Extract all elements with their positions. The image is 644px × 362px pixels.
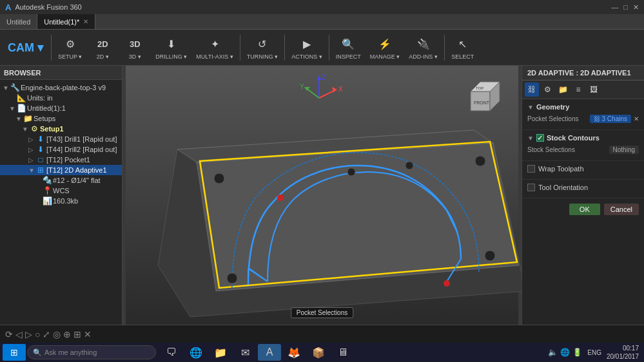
drill2-icon: ⬇: [36, 145, 45, 154]
tree-item-root[interactable]: ▼ 🔧 Engine-back-plate-top-3 v9: [0, 82, 122, 93]
geometry-toggle[interactable]: ▼: [527, 104, 534, 111]
addins-icon: 🔌: [415, 35, 433, 53]
taskbar-app-firefox[interactable]: 🦊: [282, 344, 306, 361]
tree-item-size: 📊 160.3kb: [0, 196, 122, 206]
panel-tab-table[interactable]: ≡: [571, 82, 585, 97]
taskbar-app-edge[interactable]: 🌐: [184, 344, 208, 361]
taskbar-app-box[interactable]: 📦: [307, 344, 330, 361]
panel-tab-chain[interactable]: ⛓: [525, 82, 539, 97]
stock-contours-checkbox[interactable]: ✓: [536, 134, 544, 142]
tab-untitled[interactable]: Untitled: [0, 14, 37, 29]
toolbar-drilling[interactable]: ⬇ DRILLING ▾: [151, 33, 191, 61]
tree-item-setup1[interactable]: ▼ ⚙ Setup1: [0, 124, 122, 134]
taskbar-app-fusion[interactable]: A: [258, 344, 281, 361]
viewport-label: Pocket Selections: [291, 307, 354, 318]
minimize-button[interactable]: —: [611, 3, 618, 12]
start-button[interactable]: ⊞: [3, 344, 26, 361]
tree-item-adaptive[interactable]: ▼ ⊞ [T12] 2D Adaptive1: [0, 165, 122, 175]
toolbar-addins[interactable]: 🔌 ADD-INS ▾: [405, 33, 442, 61]
titlebar: A Autodesk Fusion 360 — □ ✕: [0, 0, 644, 14]
stock-contours-section: ▼ ✓ Stock Contours Stock Selections Noth…: [522, 130, 644, 161]
maximize-button[interactable]: □: [623, 3, 628, 12]
tree-item-wcs[interactable]: 📍 WCS: [0, 186, 122, 196]
taskbar-app-mail[interactable]: ✉: [233, 344, 257, 361]
wrap-toolpath-checkbox[interactable]: [527, 165, 535, 173]
wrap-toolpath-section: Wrap Toolpath: [522, 161, 644, 180]
volume-icon[interactable]: 🔈: [548, 348, 558, 357]
pocket-chip-clear[interactable]: ✕: [634, 115, 639, 122]
tree-item-pocket[interactable]: ▷ □ [T12] Pocket1: [0, 155, 122, 165]
svg-text:FRONT: FRONT: [474, 100, 490, 105]
titlebar-left: A Autodesk Fusion 360: [5, 3, 82, 12]
cancel-button[interactable]: Cancel: [604, 204, 639, 215]
svg-text:X: X: [338, 86, 343, 93]
taskbar-search[interactable]: 🔍 Ask me anything: [27, 345, 156, 359]
taskbar-app-files[interactable]: 📁: [209, 344, 232, 361]
tool-orientation-row[interactable]: Tool Orientation: [527, 184, 639, 191]
drill-icon: ⬇: [36, 135, 45, 144]
right-panel: 2D ADAPTIVE : 2D ADAPTIVE1 ⛓ ⚙ 📁 ≡ 🖼 ▼ G…: [522, 66, 644, 325]
cam-label[interactable]: CAM ▾: [3, 41, 48, 55]
network-icon[interactable]: 🌐: [560, 348, 570, 357]
tree-label: [T12] Pocket1: [46, 156, 119, 164]
taskbar-app-taskview[interactable]: 🗨: [160, 344, 183, 361]
status-grid[interactable]: ⊞: [73, 329, 81, 339]
main-area: BROWSER ▼ 🔧 Engine-back-plate-top-3 v9 📐…: [0, 66, 644, 325]
status-undo[interactable]: ⟳: [5, 329, 13, 339]
taskbar-app-monitor[interactable]: 🖥: [331, 344, 355, 361]
panel-tab-image[interactable]: 🖼: [587, 82, 601, 97]
tool-orientation-checkbox[interactable]: [527, 184, 535, 191]
tree-item-setups[interactable]: ▼ 📁 Setups: [0, 113, 122, 124]
battery-icon[interactable]: 🔋: [572, 348, 582, 357]
tree-label: Setup1: [40, 125, 119, 133]
wcs-icon: 📍: [43, 186, 52, 195]
pocket-label: Pocket Selections: [527, 115, 587, 122]
toolbar-turning[interactable]: ↺ TURNING ▾: [243, 33, 282, 61]
stock-chip-text: Nothing: [613, 146, 635, 153]
tree-item-drill1[interactable]: ▷ ⬇ [T43] Drill1 [Rapid out]: [0, 134, 122, 144]
2d-icon: 2D: [93, 35, 112, 53]
status-target[interactable]: ◎: [53, 329, 61, 339]
pocket-chip-text: 3 Chains: [602, 115, 627, 122]
toolbar-select[interactable]: ↖ SELECT: [447, 33, 478, 61]
taskbar-right: 🔈 🌐 🔋 ENG 00:17 20/01/2017: [548, 344, 641, 361]
stock-toggle[interactable]: ▼: [527, 135, 534, 142]
status-expand[interactable]: ⤢: [43, 329, 50, 339]
toolbar-sep4: [329, 35, 329, 61]
panel-tab-settings[interactable]: ⚙: [540, 82, 554, 97]
wrap-toolpath-row[interactable]: Wrap Toolpath: [527, 165, 639, 173]
toolbar-actions[interactable]: ▶ ACTIONS ▾: [288, 33, 326, 61]
stock-contours-label: Stock Contours: [547, 134, 600, 142]
toolbar-setup[interactable]: ⚙ SETUP ▾: [54, 33, 86, 61]
setup-icon: ⚙: [30, 124, 39, 133]
status-close[interactable]: ✕: [84, 329, 92, 339]
tree-label: Setups: [34, 115, 119, 122]
toolbar-sep5: [444, 35, 445, 61]
tab-close-button[interactable]: ✕: [83, 18, 88, 25]
toolbar-manage[interactable]: ⚡ MANAGE ▾: [366, 33, 404, 61]
tree-item-untitled[interactable]: ▼ 📄 Untitled(1):1: [0, 103, 122, 113]
tabbar: Untitled Untitled(1)* ✕: [0, 14, 644, 30]
tree-label: [T43] Drill1 [Rapid out]: [46, 135, 119, 143]
close-button[interactable]: ✕: [633, 3, 639, 12]
status-prev[interactable]: ◁: [15, 329, 23, 339]
toolbar-inspect[interactable]: 🔍 INSPECT: [332, 33, 365, 61]
tab-untitled1[interactable]: Untitled(1)* ✕: [37, 14, 95, 29]
viewport[interactable]: Z X Y FRONT TOP: [122, 66, 522, 325]
toolbar-3d[interactable]: 3D 3D ▾: [119, 33, 150, 61]
panel-tab-folder[interactable]: 📁: [556, 82, 570, 97]
status-next[interactable]: ▷: [25, 329, 32, 339]
pocket-chip[interactable]: ⛓ 3 Chains: [590, 115, 631, 123]
tree-item-units[interactable]: 📐 Units: in: [0, 93, 122, 103]
svg-point-10: [214, 173, 224, 184]
stock-chip[interactable]: Nothing: [609, 146, 639, 154]
panel-header: 2D ADAPTIVE : 2D ADAPTIVE1: [522, 66, 644, 81]
status-stop[interactable]: ○: [35, 329, 40, 339]
status-add[interactable]: ⊕: [63, 329, 71, 339]
toolbar-multiaxis[interactable]: ✦ MULTI-AXIS ▾: [192, 33, 237, 61]
toolbar-2d[interactable]: 2D 2D ▾: [87, 33, 118, 61]
ok-button[interactable]: OK: [569, 204, 600, 215]
tree-item-drill2[interactable]: ▷ ⬇ [T44] Drill2 [Rapid out]: [0, 144, 122, 155]
stock-contours-header: ▼ ✓ Stock Contours: [527, 134, 639, 142]
tree-item-tool[interactable]: 🔩 #12 - Ø1/4" flat: [0, 175, 122, 186]
